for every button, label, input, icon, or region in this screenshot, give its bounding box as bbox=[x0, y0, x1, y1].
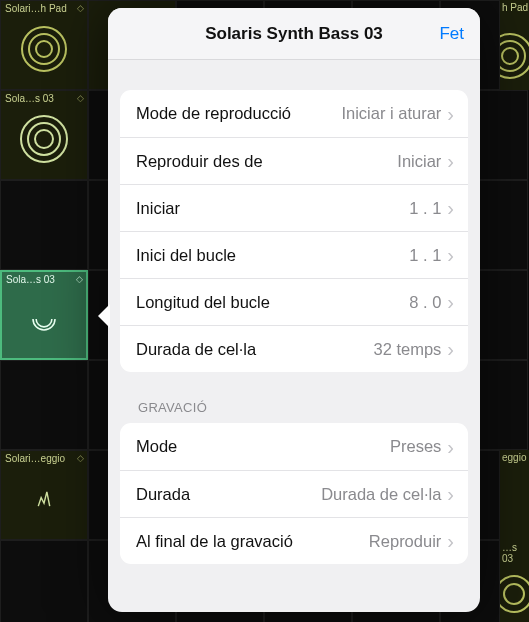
done-button[interactable]: Fet bbox=[439, 24, 464, 44]
waveform-icon bbox=[22, 297, 66, 341]
popover-pointer-icon bbox=[98, 304, 110, 328]
settings-group-recording: Mode Preses › Durada Durada de cel·la › … bbox=[120, 423, 468, 564]
row-play-mode[interactable]: Mode de reproducció Iniciar i aturar › bbox=[120, 90, 468, 137]
chevron-right-icon: › bbox=[447, 151, 454, 171]
row-label: Inici del bucle bbox=[136, 246, 236, 265]
row-play-from[interactable]: Reproduir des de Iniciar › bbox=[120, 137, 468, 184]
chevron-right-icon: › bbox=[447, 245, 454, 265]
svg-point-11 bbox=[504, 584, 524, 604]
row-start[interactable]: Iniciar 1 . 1 › bbox=[120, 184, 468, 231]
row-label: Durada de cel·la bbox=[136, 340, 256, 359]
row-rec-mode[interactable]: Mode Preses › bbox=[120, 423, 468, 470]
row-value: Reproduir bbox=[369, 532, 441, 551]
row-value: 32 temps bbox=[373, 340, 441, 359]
cell-edge-bass[interactable]: …s 03 bbox=[499, 540, 529, 622]
row-loop-length[interactable]: Longitud del bucle 8 . 0 › bbox=[120, 278, 468, 325]
row-rec-end[interactable]: Al final de la gravació Reproduir › bbox=[120, 517, 468, 564]
chevron-right-icon: › bbox=[447, 531, 454, 551]
chevron-right-icon: › bbox=[447, 339, 454, 359]
popover-title: Solaris Synth Bass 03 bbox=[205, 24, 383, 44]
waveform-icon bbox=[499, 566, 529, 622]
cell-settings-popover: Solaris Synth Bass 03 Fet Mode de reprod… bbox=[108, 8, 480, 612]
row-label: Mode bbox=[136, 437, 177, 456]
row-loop-start[interactable]: Inici del bucle 1 . 1 › bbox=[120, 231, 468, 278]
row-label: Reproduir des de bbox=[136, 152, 263, 171]
svg-point-0 bbox=[36, 41, 52, 57]
cell-arpeggio[interactable]: Solari…eggio ◇ bbox=[0, 450, 88, 540]
popover-header: Solaris Synth Bass 03 Fet bbox=[108, 8, 480, 60]
cell-empty[interactable] bbox=[0, 360, 88, 450]
cell-label: …s 03 bbox=[502, 542, 529, 564]
cell-label: Solari…eggio bbox=[5, 453, 83, 464]
chevron-right-icon: › bbox=[447, 484, 454, 504]
cell-label: h Pad bbox=[502, 2, 528, 13]
row-value: Iniciar bbox=[397, 152, 441, 171]
section-header-recording: GRAVACIÓ bbox=[138, 400, 464, 415]
row-value: 1 . 1 bbox=[409, 199, 441, 218]
svg-point-8 bbox=[502, 48, 518, 64]
waveform-icon bbox=[16, 21, 72, 77]
row-cell-length[interactable]: Durada de cel·la 32 temps › bbox=[120, 325, 468, 372]
cell-edge-arp[interactable]: eggio bbox=[499, 450, 529, 540]
row-value: 1 . 1 bbox=[409, 246, 441, 265]
chevron-right-icon: › bbox=[447, 437, 454, 457]
popover-body: Mode de reproducció Iniciar i aturar › R… bbox=[108, 60, 480, 612]
row-value: Durada de cel·la bbox=[321, 485, 441, 504]
cell-label: eggio bbox=[502, 452, 526, 463]
waveform-icon bbox=[16, 111, 72, 167]
waveform-icon bbox=[499, 28, 529, 84]
row-label: Mode de reproducció bbox=[136, 104, 291, 123]
waveform-icon bbox=[24, 479, 64, 519]
cell-bass-03-active[interactable]: Sola…s 03 ◇ bbox=[0, 270, 88, 360]
updown-icon: ◇ bbox=[77, 3, 84, 13]
cell-label: Sola…s 03 bbox=[6, 274, 82, 285]
cell-empty[interactable] bbox=[0, 540, 88, 622]
cell-synth-pad-0[interactable]: Solari…h Pad ◇ bbox=[0, 0, 88, 90]
row-label: Longitud del bucle bbox=[136, 293, 270, 312]
row-value: 8 . 0 bbox=[409, 293, 441, 312]
chevron-right-icon: › bbox=[447, 104, 454, 124]
cell-bass-03[interactable]: Sola…s 03 ◇ bbox=[0, 90, 88, 180]
svg-point-1 bbox=[29, 34, 59, 64]
settings-group-playback: Mode de reproducció Iniciar i aturar › R… bbox=[120, 90, 468, 372]
row-label: Durada bbox=[136, 485, 190, 504]
chevron-right-icon: › bbox=[447, 198, 454, 218]
cell-label: Solari…h Pad bbox=[5, 3, 83, 14]
svg-point-6 bbox=[28, 123, 60, 155]
row-label: Iniciar bbox=[136, 199, 180, 218]
chevron-right-icon: › bbox=[447, 292, 454, 312]
updown-icon: ◇ bbox=[77, 453, 84, 463]
cell-empty[interactable] bbox=[0, 180, 88, 270]
row-value: Iniciar i aturar bbox=[341, 104, 441, 123]
cell-edge-pad[interactable]: h Pad bbox=[499, 0, 529, 90]
updown-icon: ◇ bbox=[77, 93, 84, 103]
row-label: Al final de la gravació bbox=[136, 532, 293, 551]
row-value: Preses bbox=[390, 437, 441, 456]
cell-label: Sola…s 03 bbox=[5, 93, 83, 104]
updown-icon: ◇ bbox=[76, 274, 83, 284]
row-rec-length[interactable]: Durada Durada de cel·la › bbox=[120, 470, 468, 517]
svg-point-5 bbox=[35, 130, 53, 148]
